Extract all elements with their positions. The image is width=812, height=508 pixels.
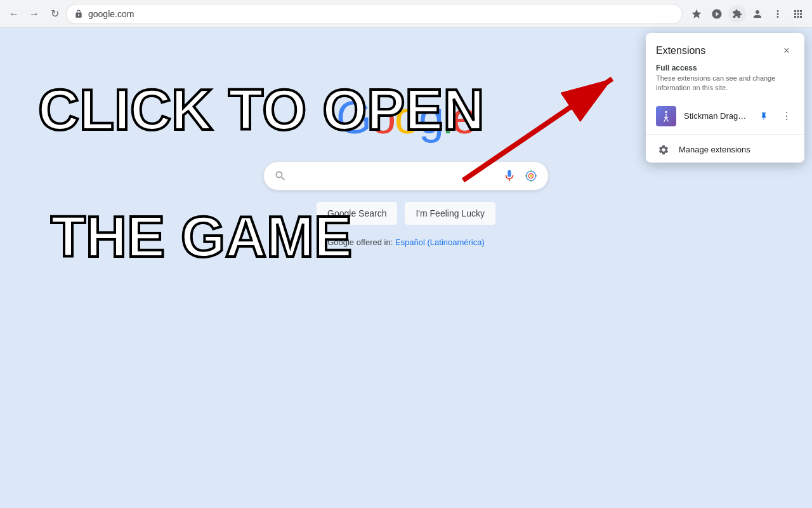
feeling-lucky-button[interactable]: I'm Feeling Lucky — [405, 202, 495, 225]
popup-title: Extensions — [656, 45, 705, 57]
reload-button[interactable]: ↻ — [46, 5, 63, 23]
grid-icon — [792, 8, 804, 20]
svg-point-2 — [530, 175, 532, 177]
bookmark-button[interactable] — [688, 5, 705, 23]
popup-divider — [646, 134, 804, 135]
overlay-text-line1: CLICK TO OPEN — [38, 79, 484, 142]
back-button[interactable]: ← — [5, 5, 23, 23]
search-icon — [274, 170, 287, 182]
profile-button[interactable] — [749, 5, 766, 23]
search-container — [263, 161, 549, 190]
stickman-icon — [660, 110, 672, 123]
pin-button[interactable] — [756, 109, 771, 124]
three-dots-icon — [772, 8, 783, 20]
extensions-popup: Extensions × Full access These extension… — [646, 33, 804, 163]
full-access-section: Full access These extensions can see and… — [646, 64, 804, 101]
camera-search-icon[interactable] — [524, 169, 538, 183]
toolbar-icons — [688, 5, 807, 23]
language-link[interactable]: Español (Latinoamérica) — [395, 237, 485, 247]
manage-extensions-label: Manage extensions — [679, 145, 750, 154]
overlay-text-line2: THE GAME — [51, 206, 352, 269]
profile-media-button[interactable] — [708, 5, 726, 23]
lock-icon — [74, 10, 83, 18]
extension-name: Stickman Dragon Fight par... — [684, 111, 749, 121]
mic-icon[interactable] — [502, 169, 516, 183]
extension-icon — [656, 106, 676, 126]
address-bar[interactable]: google.com — [66, 4, 683, 24]
svg-point-3 — [665, 110, 667, 112]
full-access-desc: These extensions can see and change info… — [656, 74, 794, 93]
manage-extensions-item[interactable]: Manage extensions — [646, 137, 804, 163]
pin-icon — [759, 112, 768, 121]
more-menu-button[interactable] — [769, 5, 787, 23]
page-content: CLICK TO OPEN THE GAME Google — [0, 28, 812, 483]
star-icon — [691, 8, 702, 20]
popup-close-button[interactable]: × — [779, 43, 794, 58]
search-input[interactable] — [294, 170, 495, 182]
extension-item: Stickman Dragon Fight par... ⋮ — [646, 101, 804, 131]
extensions-button[interactable] — [728, 5, 746, 23]
url-text: google.com — [88, 9, 674, 19]
profile-media-icon — [711, 8, 723, 20]
forward-button[interactable]: → — [25, 5, 43, 23]
extension-more-button[interactable]: ⋮ — [779, 109, 794, 124]
gear-icon — [656, 142, 671, 157]
apps-button[interactable] — [789, 5, 807, 23]
puzzle-icon — [732, 9, 742, 19]
search-bar[interactable] — [263, 161, 549, 190]
person-icon — [752, 8, 763, 20]
popup-header: Extensions × — [646, 33, 804, 64]
chrome-toolbar: ← → ↻ google.com — [0, 0, 812, 28]
full-access-label: Full access — [656, 64, 794, 72]
